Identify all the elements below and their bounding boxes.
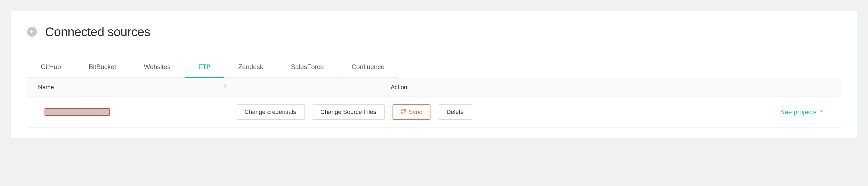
tab-confluence[interactable]: Confluence (338, 58, 398, 78)
page-title: Connected sources (45, 24, 150, 39)
see-projects-label: See projects (780, 108, 816, 116)
row-projects-cell: See projects (780, 108, 830, 116)
filter-icon[interactable] (222, 83, 228, 91)
redacted-name (44, 108, 110, 116)
page-header: Connected sources (27, 24, 841, 39)
back-icon[interactable] (27, 27, 37, 37)
change-credentials-button[interactable]: Change credentials (236, 104, 305, 119)
tab-ftp[interactable]: FTP (185, 58, 224, 78)
sync-button[interactable]: Sync (392, 104, 431, 119)
see-projects-toggle[interactable]: See projects (780, 108, 825, 116)
table-row: Change credentials Change Source Files S… (27, 97, 841, 128)
sync-button-label: Sync (409, 108, 422, 115)
column-header-name: Name (38, 83, 236, 91)
column-header-action: Action (236, 84, 562, 91)
tab-websites[interactable]: Websites (130, 58, 184, 78)
tab-bitbucket[interactable]: BitBucket (75, 58, 130, 78)
chevron-down-icon (818, 108, 825, 116)
connected-sources-card: Connected sources GitHub BitBucket Websi… (11, 11, 857, 138)
delete-button[interactable]: Delete (438, 104, 472, 119)
tabs: GitHub BitBucket Websites FTP Zendesk Sa… (27, 58, 841, 78)
row-name-cell (38, 108, 236, 116)
change-source-files-button[interactable]: Change Source Files (312, 104, 384, 119)
row-actions: Change credentials Change Source Files S… (236, 104, 472, 119)
tab-salesforce[interactable]: SalesForce (277, 58, 337, 78)
tab-github[interactable]: GitHub (27, 58, 75, 78)
sync-icon (401, 108, 406, 115)
tab-zendesk[interactable]: Zendesk (225, 58, 277, 78)
table-header: Name Action (27, 78, 841, 97)
column-header-name-label: Name (38, 84, 54, 91)
